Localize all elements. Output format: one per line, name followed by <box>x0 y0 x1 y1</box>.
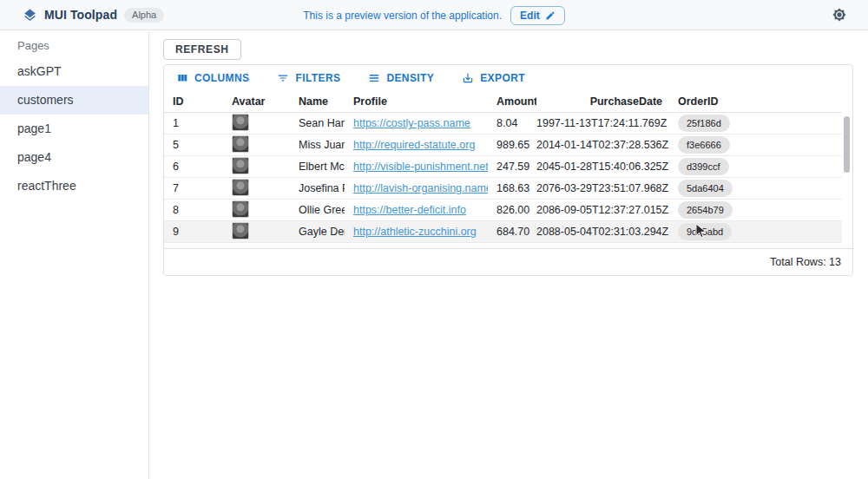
column-header-avatar[interactable]: Avatar <box>223 95 290 108</box>
column-header-purchasedate[interactable]: PurchaseDate <box>536 95 669 108</box>
column-header-id[interactable]: ID <box>164 95 223 108</box>
column-header-orderid[interactable]: OrderID <box>669 95 842 108</box>
cell-id: 7 <box>164 182 223 194</box>
cell-name: Sean Harris <box>290 117 345 129</box>
columns-button[interactable]: COLUMNS <box>173 70 253 86</box>
sidebar-item-label: customers <box>17 93 74 107</box>
table-row[interactable]: 6 Elbert McL... http://visible-punishmen… <box>164 156 842 178</box>
cell-order-id: f3e6666 <box>669 136 842 154</box>
edit-button-label: Edit <box>520 10 540 22</box>
export-button-label: EXPORT <box>480 72 525 84</box>
sidebar-section-label: Pages <box>0 31 148 57</box>
cell-avatar <box>223 200 290 220</box>
cell-purchase-date: 2045-01-28T15:40:06.325Z <box>536 161 669 173</box>
cell-id: 9 <box>164 226 223 238</box>
sidebar-item-label: page1 <box>17 121 51 135</box>
total-rows: Total Rows: 13 <box>770 256 841 268</box>
cell-id: 1 <box>164 117 223 129</box>
refresh-button[interactable]: REFRESH <box>163 39 241 60</box>
cell-name: Miss Juan ... <box>290 139 345 151</box>
vertical-scrollbar[interactable] <box>844 116 850 173</box>
view-columns-icon <box>176 72 188 84</box>
cell-profile: https://better-deficit.info <box>345 204 488 216</box>
edit-button[interactable]: Edit <box>510 6 565 25</box>
table-row[interactable]: 9 Gayle Den... http://athletic-zucchini.… <box>164 221 842 243</box>
cell-amount: 826.00 <box>488 204 536 216</box>
export-button[interactable]: EXPORT <box>458 70 529 86</box>
avatar <box>232 179 249 196</box>
profile-link[interactable]: http://required-statute.org <box>353 139 475 151</box>
cell-amount: 684.70 <box>488 226 536 238</box>
cell-id: 8 <box>164 204 223 216</box>
data-grid: COLUMNS FILTERS DENSITY <box>163 64 853 276</box>
sidebar-nav: askGPT customers page1 page4 reactThree <box>0 57 148 200</box>
theme-toggle-button[interactable] <box>830 6 849 25</box>
grid-header-row: ID Avatar Name Profile Amount PurchaseDa… <box>164 90 842 113</box>
grid-footer: Total Rows: 13 <box>164 248 852 275</box>
cell-profile: http://visible-punishment.net <box>345 161 488 173</box>
profile-link[interactable]: http://lavish-organising.name <box>353 182 488 194</box>
profile-link[interactable]: https://better-deficit.info <box>353 204 466 216</box>
cell-amount: 8.04 <box>488 117 536 129</box>
cell-profile: http://required-statute.org <box>345 139 488 151</box>
order-id-chip: 5da6404 <box>678 180 733 197</box>
table-row[interactable]: 1 Sean Harris https://costly-pass.name 8… <box>164 113 842 135</box>
order-id-chip: f3e6666 <box>678 136 730 154</box>
app-title: MUI Toolpad <box>44 8 117 22</box>
grid-rows: 1 Sean Harris https://costly-pass.name 8… <box>164 113 842 243</box>
sidebar-item-label: askGPT <box>17 64 62 78</box>
sidebar-item[interactable]: page1 <box>0 115 148 143</box>
density-button-label: DENSITY <box>386 72 434 84</box>
cell-id: 5 <box>164 139 223 151</box>
cell-name: Elbert McL... <box>290 161 345 173</box>
profile-link[interactable]: http://athletic-zucchini.org <box>353 226 477 238</box>
avatar <box>232 222 249 240</box>
table-row[interactable]: 7 Josefina P... http://lavish-organising… <box>164 178 842 200</box>
app-header: MUI Toolpad Alpha This is a preview vers… <box>0 0 868 30</box>
cell-avatar <box>223 222 290 242</box>
alpha-badge: Alpha <box>124 8 164 23</box>
order-id-chip: 25f186d <box>678 115 730 132</box>
grid-toolbar: COLUMNS FILTERS DENSITY <box>164 65 852 90</box>
app-root: MUI Toolpad Alpha This is a preview vers… <box>0 0 868 479</box>
cell-purchase-date: 2014-01-14T02:37:28.536Z <box>536 139 669 151</box>
cell-profile: https://costly-pass.name <box>345 117 488 129</box>
cell-profile: http://lavish-organising.name <box>345 182 488 194</box>
order-id-chip: 2654b79 <box>678 201 733 219</box>
sidebar-item-label: reactThree <box>17 179 76 193</box>
sidebar-item[interactable]: reactThree <box>0 172 148 200</box>
layers-icon <box>23 8 37 23</box>
preview-banner-text: This is a preview version of the applica… <box>303 10 502 22</box>
table-row[interactable]: 8 Ollie Green... https://better-deficit.… <box>164 200 842 221</box>
sidebar: Pages askGPT customers page1 page4 react… <box>0 31 149 479</box>
column-header-profile[interactable]: Profile <box>345 95 488 108</box>
table-row[interactable]: 5 Miss Juan ... http://required-statute.… <box>164 135 842 156</box>
cell-name: Ollie Green... <box>290 204 345 216</box>
cell-purchase-date: 2076-03-29T23:51:07.968Z <box>536 182 669 194</box>
profile-link[interactable]: http://visible-punishment.net <box>353 161 488 173</box>
filters-button-label: FILTERS <box>295 72 340 84</box>
density-lines-icon <box>368 72 380 84</box>
brand: MUI Toolpad Alpha <box>0 8 164 23</box>
avatar <box>232 157 249 174</box>
column-header-amount[interactable]: Amount <box>488 95 536 108</box>
avatar <box>232 135 249 153</box>
cell-order-id: 5da6404 <box>669 180 842 197</box>
cell-order-id: d399ccf <box>669 158 842 175</box>
cell-amount: 247.59 <box>488 161 536 173</box>
cell-avatar <box>223 135 290 155</box>
filters-button[interactable]: FILTERS <box>273 70 344 86</box>
cell-order-id: 2654b79 <box>669 201 842 219</box>
cell-id: 6 <box>164 161 223 173</box>
profile-link[interactable]: https://costly-pass.name <box>353 117 470 129</box>
sidebar-item[interactable]: customers <box>0 86 148 115</box>
sidebar-item[interactable]: page4 <box>0 143 148 172</box>
cell-purchase-date: 2086-09-05T12:37:27.015Z <box>536 204 669 216</box>
column-header-name[interactable]: Name <box>290 95 345 108</box>
sidebar-item[interactable]: askGPT <box>0 57 148 86</box>
cell-order-id: 9dc5abd <box>669 223 842 240</box>
cell-name: Josefina P... <box>290 182 345 194</box>
main-content: REFRESH COLUMNS FILTERS <box>149 31 868 479</box>
density-button[interactable]: DENSITY <box>365 70 437 86</box>
order-id-chip: 9dc5abd <box>678 223 732 240</box>
